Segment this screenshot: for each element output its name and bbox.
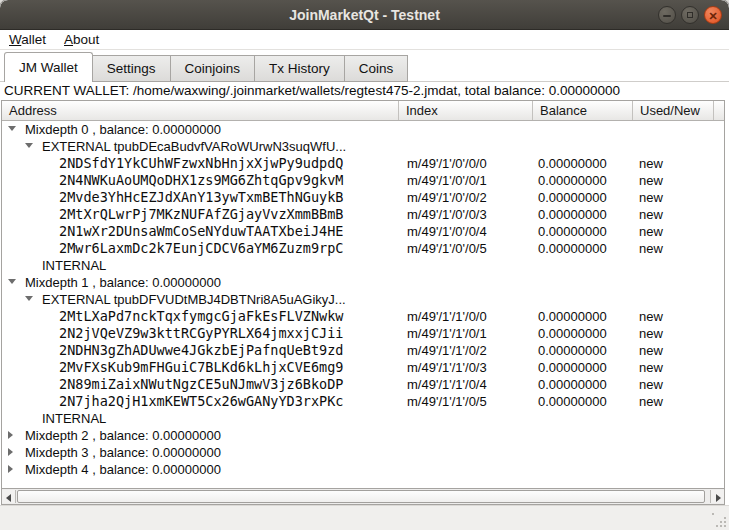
app-window: JoinMarketQt - Testnet ✕ WalletAbout JM … (0, 0, 729, 530)
address-label: 2Mwr6LaxmDc2k7EunjCDCV6aYM6Zuzm9rpC (59, 240, 343, 257)
tab-bar: JM WalletSettingsCoinjoinsTx HistoryCoin… (0, 50, 729, 82)
tab-tx-history[interactable]: Tx History (255, 55, 345, 82)
status-badge: new (639, 189, 663, 206)
status-badge: new (639, 325, 663, 342)
group-label: EXTERNAL tpubDEcaBudvfVARoWUrwN3suqWfU..… (42, 138, 346, 155)
minimize-icon[interactable] (658, 6, 676, 24)
column-header-balance[interactable]: Balance (533, 101, 633, 120)
scroll-right-icon[interactable] (710, 490, 724, 503)
balance-value: 0.00000000 (538, 206, 607, 223)
resize-grip-icon[interactable] (712, 513, 726, 527)
address-row[interactable]: 2N1wXr2DUnsaWmCoSeNYduwTAATXbeiJ4HEm/49'… (2, 223, 724, 240)
chevron-down-icon[interactable] (25, 143, 33, 148)
address-label: 2N1wXr2DUnsaWmCoSeNYduwTAATXbeiJ4HE (59, 223, 343, 240)
hd-path: m/49'/1'/1'/0/2 (407, 342, 487, 359)
group-label: INTERNAL (42, 257, 106, 274)
group-label: Mixdepth 0 , balance: 0.00000000 (25, 121, 221, 138)
scroll-left-icon[interactable] (2, 490, 16, 503)
hd-path: m/49'/1'/0'/0/1 (407, 172, 487, 189)
horizontal-scrollbar[interactable] (2, 488, 724, 504)
current-wallet-banner: CURRENT WALLET: /home/waxwing/.joinmarke… (0, 82, 729, 100)
chevron-right-icon[interactable] (8, 431, 13, 439)
menu-item-wallet[interactable]: Wallet (0, 30, 55, 47)
address-row[interactable]: 2N7jha2QjH1xmKEWT5Cx26wGANyYD3rxPKcm/49'… (2, 393, 724, 410)
tree-group-row[interactable]: Mixdepth 3 , balance: 0.00000000 (2, 444, 724, 461)
hd-path: m/49'/1'/0'/0/3 (407, 206, 487, 223)
hd-path: m/49'/1'/0'/0/0 (407, 155, 487, 172)
chevron-down-icon[interactable] (25, 296, 33, 301)
balance-value: 0.00000000 (538, 376, 607, 393)
chevron-right-icon[interactable] (8, 465, 13, 473)
address-label: 2MtLXaPd7nckTqxfymgcGjaFkEsFLVZNwkw (59, 308, 343, 325)
tree-body: Mixdepth 0 , balance: 0.00000000EXTERNAL… (2, 121, 724, 488)
group-label: Mixdepth 1 , balance: 0.00000000 (25, 274, 221, 291)
tree-group-row[interactable]: EXTERNAL tpubDFVUDtMBJ4DBTNri8A5uAGikyJ.… (2, 291, 724, 308)
hd-path: m/49'/1'/1'/0/0 (407, 308, 487, 325)
tab-jm-wallet[interactable]: JM Wallet (4, 52, 93, 82)
tree-group-row[interactable]: INTERNAL (2, 410, 724, 427)
tab-coins[interactable]: Coins (345, 55, 409, 82)
address-row[interactable]: 2NDHN3gZhADUwwe4JGkzbEjPafnqUeBt9zdm/49'… (2, 342, 724, 359)
address-row[interactable]: 2MtXrQLwrPj7MKzNUFAfZGjayVvzXmmBBmBm/49'… (2, 206, 724, 223)
address-row[interactable]: 2Mvde3YhHcEZJdXAnY13ywTxmBEThNGuykBm/49'… (2, 189, 724, 206)
balance-value: 0.00000000 (538, 308, 607, 325)
address-row[interactable]: 2Mwr6LaxmDc2k7EunjCDCV6aYM6Zuzm9rpCm/49'… (2, 240, 724, 257)
window-title: JoinMarketQt - Testnet (0, 0, 729, 30)
balance-value: 0.00000000 (538, 172, 607, 189)
column-header-index[interactable]: Index (399, 101, 533, 120)
balance-value: 0.00000000 (538, 393, 607, 410)
chevron-right-icon[interactable] (8, 448, 13, 456)
address-row[interactable]: 2MtLXaPd7nckTqxfymgcGjaFkEsFLVZNwkwm/49'… (2, 308, 724, 325)
address-label: 2N4NWKuAoUMQoDHX1zs9MG6ZhtqGpv9gkvM (59, 172, 343, 189)
address-row[interactable]: 2MvFXsKub9mFHGuiC7BLKd6kLhjxCVE6mg9m/49'… (2, 359, 724, 376)
status-badge: new (639, 155, 663, 172)
tree-group-row[interactable]: Mixdepth 0 , balance: 0.00000000 (2, 121, 724, 138)
address-label: 2NDSfdY1YkCUhWFzwxNbHnjxXjwPy9udpdQ (59, 155, 343, 172)
wallet-tree: AddressIndexBalanceUsed/New Mixdepth 0 ,… (1, 100, 725, 505)
tree-group-row[interactable]: Mixdepth 4 , balance: 0.00000000 (2, 461, 724, 478)
status-badge: new (639, 359, 663, 376)
hd-path: m/49'/1'/1'/0/5 (407, 393, 487, 410)
address-label: 2N7jha2QjH1xmKEWT5Cx26wGANyYD3rxPKc (59, 393, 343, 410)
status-badge: new (639, 342, 663, 359)
status-badge: new (639, 172, 663, 189)
address-row[interactable]: 2N89miZaixNWutNgzCE5uNJmwV3jz6BkoDPm/49'… (2, 376, 724, 393)
address-label: 2N2jVQeVZ9w3kttRCGyPYRLX64jmxxjCJii (59, 325, 343, 342)
address-label: 2MtXrQLwrPj7MKzNUFAfZGjayVvzXmmBBmB (59, 206, 343, 223)
balance-value: 0.00000000 (538, 189, 607, 206)
column-header-used-new[interactable]: Used/New (633, 101, 714, 120)
address-label: 2Mvde3YhHcEZJdXAnY13ywTxmBEThNGuykB (59, 189, 343, 206)
close-icon[interactable]: ✕ (704, 6, 722, 24)
hd-path: m/49'/1'/0'/0/2 (407, 189, 487, 206)
tab-coinjoins[interactable]: Coinjoins (171, 55, 256, 82)
address-row[interactable]: 2N2jVQeVZ9w3kttRCGyPYRLX64jmxxjCJiim/49'… (2, 325, 724, 342)
chevron-down-icon[interactable] (8, 126, 16, 131)
tree-group-row[interactable]: EXTERNAL tpubDEcaBudvfVARoWUrwN3suqWfU..… (2, 138, 724, 155)
hd-path: m/49'/1'/1'/0/4 (407, 376, 487, 393)
hd-path: m/49'/1'/0'/0/5 (407, 240, 487, 257)
balance-value: 0.00000000 (538, 325, 607, 342)
maximize-icon[interactable] (681, 6, 699, 24)
group-label: INTERNAL (42, 410, 106, 427)
menu-item-about[interactable]: About (55, 30, 108, 47)
balance-value: 0.00000000 (538, 240, 607, 257)
column-header-address[interactable]: Address (2, 101, 399, 120)
menu-bar: WalletAbout (0, 30, 729, 50)
tree-group-row[interactable]: INTERNAL (2, 257, 724, 274)
scrollbar-thumb[interactable] (17, 490, 705, 503)
tab-settings[interactable]: Settings (93, 55, 171, 82)
address-label: 2NDHN3gZhADUwwe4JGkzbEjPafnqUeBt9zd (59, 342, 343, 359)
tree-group-row[interactable]: Mixdepth 2 , balance: 0.00000000 (2, 427, 724, 444)
title-bar[interactable]: JoinMarketQt - Testnet ✕ (0, 0, 729, 30)
hd-path: m/49'/1'/1'/0/3 (407, 359, 487, 376)
address-row[interactable]: 2N4NWKuAoUMQoDHX1zs9MG6ZhtqGpv9gkvMm/49'… (2, 172, 724, 189)
status-badge: new (639, 223, 663, 240)
address-row[interactable]: 2NDSfdY1YkCUhWFzwxNbHnjxXjwPy9udpdQm/49'… (2, 155, 724, 172)
status-badge: new (639, 206, 663, 223)
group-label: EXTERNAL tpubDFVUDtMBJ4DBTNri8A5uAGikyJ.… (42, 291, 346, 308)
status-badge: new (639, 240, 663, 257)
chevron-down-icon[interactable] (8, 279, 16, 284)
group-label: Mixdepth 3 , balance: 0.00000000 (25, 444, 221, 461)
tree-group-row[interactable]: Mixdepth 1 , balance: 0.00000000 (2, 274, 724, 291)
window-controls: ✕ (658, 6, 722, 24)
